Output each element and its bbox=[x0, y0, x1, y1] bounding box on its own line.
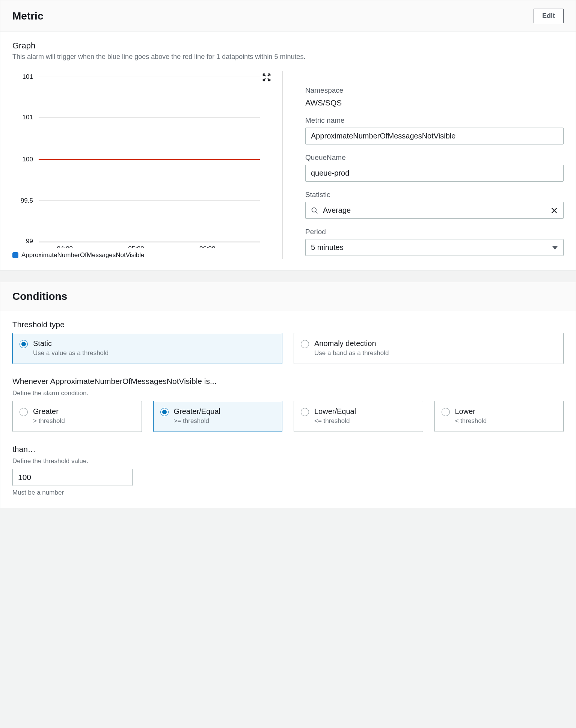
statistic-field-group: Statistic Average bbox=[305, 191, 564, 219]
metric-panel-title: Metric bbox=[12, 10, 43, 22]
whenever-sublabel: Define the alarm condition. bbox=[12, 390, 564, 397]
metric-panel-header: Metric Edit bbox=[0, 0, 576, 32]
metric-name-value: ApproximateNumberOfMessagesNotVisible bbox=[311, 132, 455, 140]
metric-name-label: Metric name bbox=[305, 116, 564, 125]
conditions-panel: Conditions Threshold type Static Use a v… bbox=[0, 282, 576, 508]
y-tick-label: 101 bbox=[23, 114, 33, 121]
operator-lower-equal-tile[interactable]: Lower/Equal <= threshold bbox=[294, 401, 423, 432]
threshold-type-tiles: Static Use a value as a threshold Anomal… bbox=[12, 333, 564, 364]
chart-container: 101 101 100 99.5 99 04: bbox=[12, 71, 283, 259]
metric-name-field-group: Metric name ApproximateNumberOfMessagesN… bbox=[305, 116, 564, 144]
whenever-label: Whenever ApproximateNumberOfMessagesNotV… bbox=[12, 377, 564, 386]
legend-label: ApproximateNumberOfMessagesNotVisible bbox=[21, 251, 145, 259]
queue-name-field-group: QueueName queue-prod bbox=[305, 153, 564, 182]
radio-icon bbox=[442, 408, 450, 416]
threshold-type-static-tile[interactable]: Static Use a value as a threshold bbox=[12, 333, 282, 364]
tile-subtext: Use a value as a threshold bbox=[33, 349, 109, 357]
y-tick-label: 99.5 bbox=[21, 197, 33, 204]
than-sublabel: Define the threshold value. bbox=[12, 457, 564, 465]
svg-line-5 bbox=[316, 211, 318, 213]
threshold-hint: Must be a number bbox=[12, 489, 564, 496]
period-field-group: Period 5 minutes bbox=[305, 228, 564, 256]
conditions-panel-header: Conditions bbox=[0, 282, 576, 311]
clear-icon[interactable] bbox=[550, 207, 558, 214]
radio-icon bbox=[160, 408, 169, 416]
tile-subtext: <= threshold bbox=[314, 417, 356, 425]
y-tick-label: 100 bbox=[23, 156, 33, 163]
operator-greater-tile[interactable]: Greater > threshold bbox=[12, 401, 142, 432]
tile-title: Greater/Equal bbox=[174, 407, 221, 416]
chart-legend: ApproximateNumberOfMessagesNotVisible bbox=[12, 251, 271, 259]
operator-greater-equal-tile[interactable]: Greater/Equal >= threshold bbox=[153, 401, 283, 432]
x-tick-label: 06:00 bbox=[199, 245, 215, 248]
metric-row: 101 101 100 99.5 99 04: bbox=[12, 71, 564, 259]
statistic-label: Statistic bbox=[305, 191, 564, 199]
conditions-panel-body: Threshold type Static Use a value as a t… bbox=[0, 311, 576, 508]
conditions-panel-title: Conditions bbox=[12, 290, 67, 302]
tile-title: Anomaly detection bbox=[314, 339, 389, 348]
y-tick-label: 101 bbox=[23, 73, 33, 80]
metric-panel: Metric Edit Graph This alarm will trigge… bbox=[0, 0, 576, 271]
namespace-label: Namespace bbox=[305, 86, 564, 95]
graph-description: This alarm will trigger when the blue li… bbox=[12, 53, 564, 61]
graph-title: Graph bbox=[12, 41, 564, 51]
tile-subtext: >= threshold bbox=[174, 417, 221, 425]
tile-title: Lower/Equal bbox=[314, 407, 356, 416]
tile-title: Greater bbox=[33, 407, 65, 416]
metric-fields-column: Namespace AWS/SQS Metric name Approximat… bbox=[305, 71, 564, 259]
statistic-value: Average bbox=[323, 206, 351, 215]
svg-point-4 bbox=[312, 208, 317, 212]
namespace-value: AWS/SQS bbox=[305, 98, 564, 107]
search-icon bbox=[311, 207, 318, 214]
radio-icon bbox=[301, 340, 309, 348]
tile-subtext: > threshold bbox=[33, 417, 65, 425]
metric-name-input[interactable]: ApproximateNumberOfMessagesNotVisible bbox=[305, 128, 564, 144]
queue-name-value: queue-prod bbox=[311, 169, 349, 177]
chart-plot-area: 101 101 100 99.5 99 04: bbox=[12, 71, 271, 248]
tile-title: Lower bbox=[455, 407, 487, 416]
queue-name-label: QueueName bbox=[305, 153, 564, 162]
x-tick-label: 05:00 bbox=[128, 245, 144, 248]
legend-color-swatch bbox=[12, 252, 18, 258]
period-value: 5 minutes bbox=[311, 243, 344, 252]
edit-button[interactable]: Edit bbox=[534, 9, 564, 23]
namespace-field-group: Namespace AWS/SQS bbox=[305, 86, 564, 107]
tile-subtext: < threshold bbox=[455, 417, 487, 425]
tile-subtext: Use a band as a threshold bbox=[314, 349, 389, 357]
period-label: Period bbox=[305, 228, 564, 236]
statistic-search-input[interactable]: Average bbox=[305, 202, 564, 219]
chevron-down-icon bbox=[552, 246, 558, 250]
radio-icon bbox=[301, 408, 309, 416]
threshold-value-input[interactable] bbox=[12, 469, 133, 486]
operator-tiles: Greater > threshold Greater/Equal >= thr… bbox=[12, 401, 564, 432]
threshold-type-anomaly-tile[interactable]: Anomaly detection Use a band as a thresh… bbox=[294, 333, 564, 364]
radio-icon bbox=[20, 408, 28, 416]
x-tick-label: 04:00 bbox=[57, 245, 73, 248]
threshold-type-label: Threshold type bbox=[12, 320, 564, 329]
than-label: than… bbox=[12, 445, 564, 454]
radio-icon bbox=[20, 340, 28, 348]
queue-name-input[interactable]: queue-prod bbox=[305, 165, 564, 182]
y-tick-label: 99 bbox=[26, 238, 33, 245]
metric-panel-body: Graph This alarm will trigger when the b… bbox=[0, 32, 576, 270]
period-select[interactable]: 5 minutes bbox=[305, 239, 564, 256]
operator-lower-tile[interactable]: Lower < threshold bbox=[434, 401, 564, 432]
tile-title: Static bbox=[33, 339, 109, 348]
